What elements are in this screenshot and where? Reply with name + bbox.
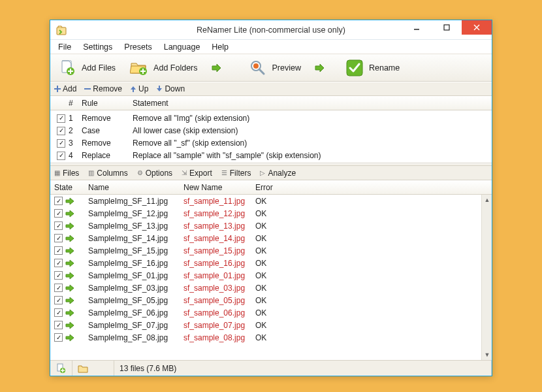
files-col-state[interactable]: State: [54, 183, 88, 192]
rule-checkbox[interactable]: ✓: [57, 127, 65, 135]
file-row[interactable]: ✓SampleImg_SF_11.jpgsf_sample_11.jpgOK: [50, 195, 481, 207]
menu-presets[interactable]: Presets: [119, 41, 157, 53]
file-new-name: sf_sample_12.jpg: [183, 209, 255, 218]
rule-remove-button[interactable]: Remove: [84, 84, 122, 93]
file-row[interactable]: ✓SampleImg_SF_01.jpgsf_sample_01.jpgOK: [50, 269, 481, 282]
file-checkbox[interactable]: ✓: [54, 284, 63, 292]
file-checkbox[interactable]: ✓: [54, 308, 63, 317]
minimize-button[interactable]: [402, 20, 432, 35]
rule-add-button[interactable]: Add: [54, 84, 76, 93]
files-col-name[interactable]: Name: [88, 183, 183, 192]
add-files-button[interactable]: Add Files: [56, 57, 122, 79]
file-checkbox[interactable]: ✓: [54, 197, 63, 205]
file-name: SampleImg_SF_14.jpg: [88, 234, 183, 243]
file-row[interactable]: ✓SampleImg_SF_03.jpgsf_sample_03.jpgOK: [50, 282, 481, 294]
close-button[interactable]: [462, 20, 492, 35]
app-window: ReNamer Lite (non-commercial use only) F…: [50, 20, 492, 376]
file-new-name: sf_sample_15.jpg: [183, 246, 255, 255]
files-menu-export[interactable]: ⇲Export: [182, 169, 212, 178]
scroll-up-icon[interactable]: ▲: [482, 195, 492, 205]
files-menu-analyze[interactable]: ▷Analyze: [260, 169, 296, 178]
arrow-right-icon: [65, 334, 74, 342]
file-new-name: sf_sample_01.jpg: [183, 271, 255, 280]
file-row[interactable]: ✓SampleImg_SF_08.jpgsf_sample_08.jpgOK: [50, 331, 481, 344]
rule-down-button[interactable]: Down: [156, 84, 185, 93]
file-error: OK: [255, 321, 295, 330]
files-col-new[interactable]: New Name: [183, 183, 255, 192]
maximize-button[interactable]: [432, 20, 462, 35]
rule-type: Remove: [79, 139, 130, 148]
files-col-error[interactable]: Error: [255, 183, 295, 192]
svg-line-14: [259, 69, 264, 74]
file-error: OK: [255, 209, 295, 218]
menu-help[interactable]: Help: [206, 41, 234, 53]
rule-row[interactable]: ✓1RemoveRemove all "Img" (skip extension…: [50, 112, 492, 124]
file-checkbox[interactable]: ✓: [54, 271, 63, 280]
status-add-folder-icon[interactable]: [72, 361, 114, 376]
rule-number: 3: [66, 139, 79, 148]
file-row[interactable]: ✓SampleImg_SF_07.jpgsf_sample_07.jpgOK: [50, 319, 481, 331]
file-row[interactable]: ✓SampleImg_SF_05.jpgsf_sample_05.jpgOK: [50, 294, 481, 306]
files-menu-columns[interactable]: ▥Columns: [88, 169, 127, 178]
rename-button[interactable]: Rename: [343, 57, 406, 79]
preview-button[interactable]: Preview: [246, 57, 308, 79]
rules-col-num[interactable]: #: [66, 99, 79, 108]
file-name: SampleImg_SF_07.jpg: [88, 321, 183, 330]
menu-file[interactable]: File: [53, 41, 76, 53]
file-checkbox[interactable]: ✓: [54, 246, 63, 255]
svg-point-13: [253, 63, 259, 69]
file-new-name: sf_sample_06.jpg: [183, 308, 255, 318]
file-name: SampleImg_SF_06.jpg: [88, 308, 183, 318]
rules-col-rule[interactable]: Rule: [79, 99, 130, 108]
file-row[interactable]: ✓SampleImg_SF_14.jpgsf_sample_14.jpgOK: [50, 232, 481, 244]
rule-up-button[interactable]: Up: [130, 84, 148, 93]
rule-row[interactable]: ✓2CaseAll lower case (skip extension): [50, 124, 492, 137]
file-error: OK: [255, 296, 295, 305]
file-name: SampleImg_SF_03.jpg: [88, 284, 183, 293]
menu-settings[interactable]: Settings: [78, 41, 118, 53]
arrow-right-icon: [65, 222, 74, 230]
vertical-scrollbar[interactable]: ▲ ▼: [481, 195, 492, 360]
add-folders-button[interactable]: Add Folders: [127, 57, 204, 79]
rule-row[interactable]: ✓3RemoveRemove all "_sf" (skip extension…: [50, 137, 492, 149]
file-row[interactable]: ✓SampleImg_SF_06.jpgsf_sample_06.jpgOK: [50, 306, 481, 319]
rule-up-label: Up: [138, 84, 148, 93]
file-new-name: sf_sample_13.jpg: [183, 221, 255, 231]
file-checkbox[interactable]: ✓: [54, 296, 63, 304]
scroll-down-icon[interactable]: ▼: [482, 350, 492, 360]
files-menu-filters[interactable]: ☰Filters: [221, 169, 251, 178]
file-checkbox[interactable]: ✓: [54, 234, 63, 242]
file-row[interactable]: ✓SampleImg_SF_15.jpgsf_sample_15.jpgOK: [50, 244, 481, 257]
rule-checkbox[interactable]: ✓: [57, 114, 65, 123]
add-folders-icon: [130, 59, 148, 77]
rule-down-label: Down: [165, 84, 185, 93]
file-error: OK: [255, 197, 295, 206]
status-add-file-icon[interactable]: [50, 361, 72, 376]
rule-type: Case: [79, 126, 130, 135]
rule-checkbox[interactable]: ✓: [57, 139, 65, 148]
file-name: SampleImg_SF_12.jpg: [88, 209, 183, 218]
file-error: OK: [255, 234, 295, 243]
file-new-name: sf_sample_16.jpg: [183, 259, 255, 268]
svg-rect-2: [444, 25, 449, 30]
file-checkbox[interactable]: ✓: [54, 221, 63, 230]
file-checkbox[interactable]: ✓: [54, 259, 63, 267]
rules-col-stmt[interactable]: Statement: [130, 99, 492, 108]
rule-statement: Replace all "sample" with "sf_sample" (s…: [130, 151, 492, 160]
files-menu-options[interactable]: ⚙Options: [137, 169, 172, 178]
rule-checkbox[interactable]: ✓: [57, 152, 65, 160]
file-row[interactable]: ✓SampleImg_SF_16.jpgsf_sample_16.jpgOK: [50, 257, 481, 269]
rename-label: Rename: [369, 63, 400, 73]
arrow-right-icon: [65, 247, 74, 255]
rule-row[interactable]: ✓4ReplaceReplace all "sample" with "sf_s…: [50, 149, 492, 161]
app-icon: [56, 24, 67, 36]
file-checkbox[interactable]: ✓: [54, 333, 63, 342]
rule-statement: Remove all "Img" (skip extension): [130, 114, 492, 123]
file-row[interactable]: ✓SampleImg_SF_12.jpgsf_sample_12.jpgOK: [50, 207, 481, 220]
arrow-right-icon: [65, 297, 74, 304]
file-checkbox[interactable]: ✓: [54, 321, 63, 329]
file-row[interactable]: ✓SampleImg_SF_13.jpgsf_sample_13.jpgOK: [50, 220, 481, 232]
files-menu-files[interactable]: ▦Files: [54, 169, 79, 178]
file-checkbox[interactable]: ✓: [54, 209, 63, 218]
menu-language[interactable]: Language: [159, 41, 206, 53]
